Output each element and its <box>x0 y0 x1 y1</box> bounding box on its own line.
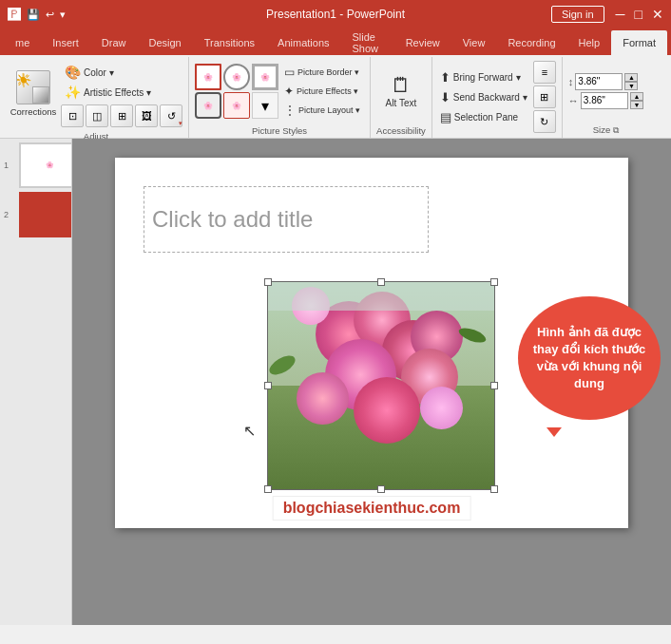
alt-text-button[interactable]: 🗒 Alt Text <box>380 61 423 122</box>
send-backward-label: Send Backward <box>453 92 520 103</box>
slide-1-number: 1 <box>4 161 9 170</box>
group-button[interactable]: ⊞ <box>533 85 556 108</box>
artistic-dropdown-arrow[interactable]: ▾ <box>146 87 151 98</box>
width-input[interactable] <box>581 92 628 109</box>
tab-file[interactable]: me <box>4 30 41 55</box>
width-up[interactable]: ▲ <box>630 92 643 101</box>
tab-animations[interactable]: Animations <box>266 30 340 55</box>
size-content: ↕ ▲ ▼ ↔ ▲ ▼ <box>568 59 643 123</box>
transparency-button[interactable]: ◫ <box>86 104 108 127</box>
tab-format[interactable]: Format <box>611 30 667 55</box>
quick-access-more[interactable]: ▾ <box>60 9 66 21</box>
border-icon: ▭ <box>284 66 295 79</box>
align-button[interactable]: ≡ <box>533 61 556 84</box>
bring-forward-arrow[interactable]: ▾ <box>516 72 521 83</box>
selection-pane-button[interactable]: ▤ Selection Pane <box>438 108 529 126</box>
restore-button[interactable]: □ <box>635 7 642 22</box>
tab-insert[interactable]: Insert <box>41 30 90 55</box>
close-button[interactable]: ✕ <box>652 7 663 22</box>
color-button[interactable]: 🎨 Color ▾ <box>61 63 182 82</box>
rotate-button[interactable]: ↻ <box>533 110 556 133</box>
height-down[interactable]: ▼ <box>624 82 638 90</box>
canvas-area: Click to add title ↻ <box>72 139 671 625</box>
callout-text: Hình ảnh đã được thay đổi kích thước vừa… <box>527 324 651 393</box>
handle-top-mid[interactable] <box>377 278 385 286</box>
corrections-button[interactable]: ☀ Corrections <box>10 63 57 123</box>
quick-access-save[interactable]: 💾 <box>27 9 40 21</box>
bring-forward-label: Bring Forward <box>453 72 513 83</box>
handle-mid-right[interactable] <box>490 382 498 389</box>
size-group-label: Size ⧉ <box>593 123 619 136</box>
pic-border-button[interactable]: ▭ Picture Border ▾ <box>280 64 364 81</box>
sign-in-button[interactable]: Sign in <box>551 6 604 23</box>
tab-view[interactable]: View <box>451 30 497 55</box>
pic-style-5[interactable]: 🌸 <box>223 92 250 119</box>
height-input-row: ↕ ▲ ▼ <box>568 73 643 90</box>
size-group: ↕ ▲ ▼ ↔ ▲ ▼ Size ⧉ <box>563 57 649 138</box>
tab-recording[interactable]: Recording <box>496 30 566 55</box>
quick-access-undo[interactable]: ↩ <box>46 9 54 21</box>
height-icon: ↕ <box>568 76 574 87</box>
handle-bot-right[interactable] <box>490 485 498 493</box>
slide-2-number: 2 <box>4 210 9 219</box>
handle-top-right[interactable] <box>490 278 498 286</box>
picture-styles-content: 🌸 🌸 🌸 🌸 🌸 ▾ ▭ Picture Border ▾ ✦ Picture… <box>195 59 364 123</box>
change-picture-button[interactable]: 🖼 <box>135 104 158 127</box>
tab-design[interactable]: Design <box>137 30 192 55</box>
remove-background-button[interactable]: ⊡ <box>61 104 84 127</box>
pic-effects-button[interactable]: ✦ Picture Effects ▾ <box>280 83 364 100</box>
send-backward-arrow[interactable]: ▾ <box>523 92 527 103</box>
handle-bot-left[interactable] <box>264 485 272 493</box>
title-bar: 🅿 💾 ↩ ▾ Presentation1 - PowerPoint Sign … <box>0 0 671 28</box>
picture-styles-group: 🌸 🌸 🌸 🌸 🌸 ▾ ▭ Picture Border ▾ ✦ Picture… <box>189 57 371 138</box>
handle-bot-mid[interactable] <box>377 485 385 493</box>
cursor: ↖ <box>243 422 256 440</box>
slide-thumb-2[interactable] <box>19 192 72 237</box>
effects-icon: ✦ <box>284 85 294 98</box>
artistic-effects-button[interactable]: ✨ Artistic Effects ▾ <box>61 83 182 102</box>
size-expand-icon[interactable]: ⧉ <box>613 125 619 135</box>
artistic-effects-label: Artistic Effects <box>84 87 144 98</box>
width-input-row: ↔ ▲ ▼ <box>568 92 643 109</box>
corrections-label: Corrections <box>10 106 57 117</box>
reset-picture-button[interactable]: ↺ ▾ <box>160 104 182 127</box>
color-dropdown-arrow[interactable]: ▾ <box>109 67 114 78</box>
image-container[interactable]: Hình ảnh đã được thay đổi kích thước vừa… <box>267 281 495 490</box>
pic-style-more[interactable]: ▾ <box>252 92 278 119</box>
bring-forward-button[interactable]: ⬆ Bring Forward ▾ <box>438 68 529 86</box>
ribbon-tabs: me Insert Draw Design Transitions Animat… <box>0 28 671 55</box>
height-up[interactable]: ▲ <box>624 73 638 82</box>
selection-pane-icon: ▤ <box>440 110 451 124</box>
artistic-effects-icon: ✨ <box>65 85 81 100</box>
tab-review[interactable]: Review <box>394 30 451 55</box>
tab-help[interactable]: Help <box>567 30 612 55</box>
slide-thumb-2-inner <box>21 194 72 236</box>
handle-mid-left[interactable] <box>264 382 272 389</box>
send-backward-button[interactable]: ⬇ Send Backward ▾ <box>438 88 529 106</box>
width-down[interactable]: ▼ <box>630 101 643 109</box>
pic-layout-button[interactable]: ⋮ Picture Layout ▾ <box>280 102 364 119</box>
tab-draw[interactable]: Draw <box>90 30 138 55</box>
slide[interactable]: Click to add title ↻ <box>115 158 628 528</box>
compress-pictures-button[interactable]: ⊞ <box>110 104 133 127</box>
picture-styles-label: Picture Styles <box>252 123 307 136</box>
pic-style-2[interactable]: 🌸 <box>223 64 250 90</box>
ribbon-content: ☀ Corrections 🎨 Color ▾ ✨ Artistic Effec… <box>0 55 671 139</box>
tab-slideshow[interactable]: Slide Show <box>341 30 394 55</box>
slide-thumb-1[interactable]: 🌸 <box>19 142 72 188</box>
pic-style-1[interactable]: 🌸 <box>195 64 221 90</box>
slide-panel: 1 🌸 2 <box>0 139 72 625</box>
height-input[interactable] <box>575 73 623 90</box>
window-title: Presentation1 - PowerPoint <box>266 8 405 21</box>
layout-icon: ⋮ <box>284 104 296 117</box>
powerpoint-icon: 🅿 <box>8 7 21 22</box>
size-inputs: ↕ ▲ ▼ ↔ ▲ ▼ <box>568 73 643 109</box>
title-placeholder[interactable]: Click to add title <box>144 186 429 253</box>
arrange-content: ⬆ Bring Forward ▾ ⬇ Send Backward ▾ ▤ <box>438 59 556 135</box>
pic-style-4[interactable]: 🌸 <box>195 92 221 119</box>
tab-transitions[interactable]: Transitions <box>193 30 266 55</box>
handle-top-left[interactable] <box>264 278 272 286</box>
pic-style-3[interactable]: 🌸 <box>252 64 278 90</box>
minimize-button[interactable]: ─ <box>616 7 625 22</box>
send-backward-icon: ⬇ <box>440 90 451 104</box>
